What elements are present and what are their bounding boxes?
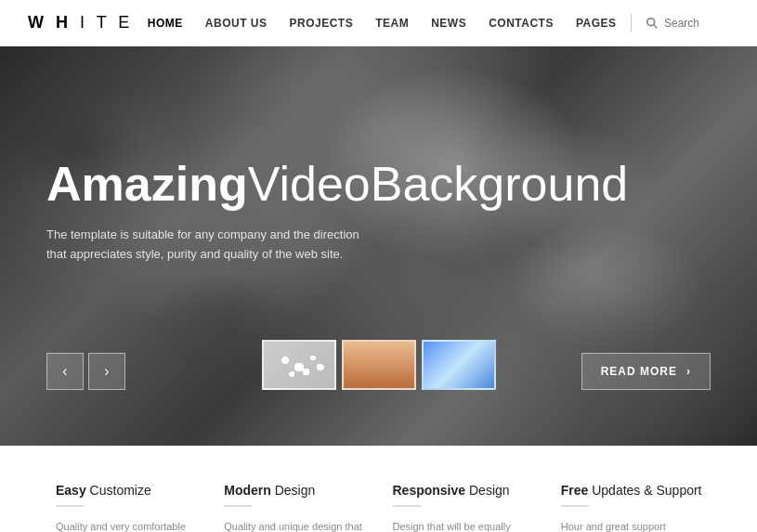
logo-light: I T E bbox=[72, 13, 133, 32]
nav-about[interactable]: ABOUT US bbox=[205, 17, 268, 30]
search-input[interactable] bbox=[664, 17, 729, 30]
hero-title: AmazingVideoBackground bbox=[46, 158, 628, 211]
feature-free-divider bbox=[561, 505, 589, 507]
header-right bbox=[631, 14, 729, 32]
logo-bold: W H bbox=[28, 13, 72, 32]
hero-title-bold: Amazing bbox=[46, 157, 248, 211]
svg-line-1 bbox=[654, 24, 658, 28]
read-more-arrow: › bbox=[686, 365, 691, 378]
search-area[interactable] bbox=[646, 17, 729, 30]
feature-responsive-title: Responsive Design bbox=[393, 483, 542, 498]
logo: W H I T E bbox=[28, 13, 133, 32]
nav-news[interactable]: NEWS bbox=[431, 17, 466, 30]
nav-pages[interactable]: PAGES bbox=[576, 17, 617, 30]
nav-projects[interactable]: PROJECTS bbox=[289, 17, 353, 30]
feature-easy-divider bbox=[56, 505, 84, 507]
nav-home[interactable]: HOME bbox=[148, 17, 183, 30]
hero-content: AmazingVideoBackground The template is s… bbox=[46, 158, 628, 265]
thumbnail-2[interactable] bbox=[342, 340, 416, 390]
prev-button[interactable]: ‹ bbox=[46, 353, 84, 390]
nav-contacts[interactable]: CONTACTS bbox=[489, 17, 554, 30]
search-icon bbox=[646, 17, 659, 30]
next-button[interactable]: › bbox=[88, 353, 125, 390]
thumbnail-1[interactable] bbox=[262, 340, 336, 390]
feature-modern-divider bbox=[224, 505, 252, 507]
nav-team[interactable]: TEAM bbox=[375, 17, 409, 30]
feature-free: Free Updates & Support Hour and great su… bbox=[561, 483, 729, 532]
feature-easy: Easy Customize Quality and very comforta… bbox=[28, 483, 224, 532]
feature-responsive-text: Design that will be equally beautifully … bbox=[393, 518, 542, 532]
feature-easy-text: Quality and very comfortable design, doe… bbox=[56, 518, 204, 532]
thumbnail-3[interactable] bbox=[422, 340, 496, 390]
feature-responsive-divider bbox=[393, 505, 421, 507]
hero-subtitle: The template is suitable for any company… bbox=[46, 226, 390, 265]
hero-title-light: VideoBackground bbox=[248, 157, 629, 211]
feature-free-title: Free Updates & Support bbox=[561, 483, 710, 498]
feature-responsive: Responsive Design Design that will be eq… bbox=[393, 483, 561, 532]
hero-section: AmazingVideoBackground The template is s… bbox=[0, 46, 757, 446]
feature-easy-title: Easy Customize bbox=[56, 483, 204, 498]
feature-free-text: Hour and great support template. You can… bbox=[561, 518, 710, 532]
search-divider bbox=[631, 14, 632, 32]
feature-modern-text: Quality and unique design that meets all… bbox=[224, 518, 372, 532]
svg-point-0 bbox=[647, 18, 655, 25]
read-more-label: READ MORE bbox=[601, 365, 677, 378]
hero-thumbnails bbox=[262, 340, 496, 390]
feature-modern-title: Modern Design bbox=[224, 483, 372, 498]
main-nav: HOME ABOUT US PROJECTS TEAM NEWS CONTACT… bbox=[148, 17, 617, 30]
features-section: Easy Customize Quality and very comforta… bbox=[0, 446, 757, 532]
feature-modern: Modern Design Quality and unique design … bbox=[224, 483, 392, 532]
read-more-button[interactable]: READ MORE › bbox=[581, 353, 711, 390]
header: W H I T E HOME ABOUT US PROJECTS TEAM NE… bbox=[0, 0, 757, 46]
